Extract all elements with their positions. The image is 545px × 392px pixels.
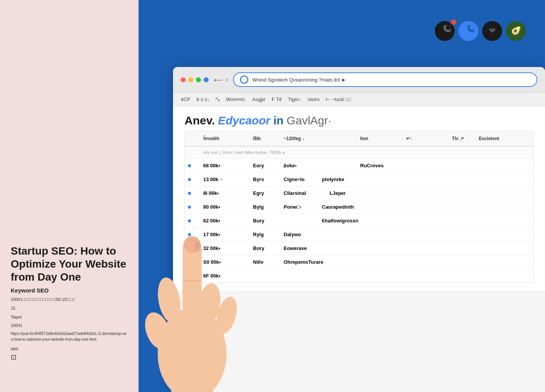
th-6 (426, 134, 449, 143)
row3-col3: Ponw□- (281, 203, 319, 211)
row4-col2: Bury (250, 217, 319, 225)
red-dot-badge (451, 20, 456, 25)
sub-0 (185, 149, 200, 156)
sidebar: Startup SEO: How to Optimize Your Websit… (0, 0, 139, 392)
row6-col1: 32 00k• (200, 244, 250, 252)
browser-window: ⟵ › Wnind Sgrotech Qvsanroning ?rnats α̈… (173, 67, 545, 392)
th-5: ↵↑ (403, 134, 426, 143)
sidebar-meta-3: Taipei (11, 314, 128, 321)
row0-col3: ∆vke› (281, 162, 357, 170)
address-circle-icon (240, 75, 248, 84)
th-8: Excietoni (476, 134, 533, 143)
table-row-7: S0 00k• Nillv OhrepemsTurare (185, 255, 533, 269)
page-heading-part4: GavlAgr· (287, 114, 331, 127)
nav-controls: ⟵ › (214, 76, 228, 83)
toolbar-item-2[interactable]: ᴿᵩ (215, 96, 220, 102)
sidebar-tag-icon: ⊡ (11, 353, 128, 361)
icon-avocado: 🥑 (506, 21, 526, 41)
tl-red[interactable] (181, 77, 186, 82)
row8-col1: 6F 00k• (200, 272, 250, 280)
top-decoration: ❤ 🥑 (435, 21, 526, 41)
data-table: ĥnvalih ls̄lb ~12lifeg ↓ lion ↵↑ Tlc ↗ E… (184, 131, 534, 283)
main-area: ❤ 🥑 ⟵ › Wnind S (139, 0, 545, 392)
row2-col2: Egry (250, 189, 281, 197)
row1-col4: ptolynrke (319, 175, 357, 183)
toolbar-label-4: Augpr (252, 96, 266, 102)
sidebar-meta-2: 15 (11, 305, 128, 312)
row0-col2: Eory (250, 162, 281, 170)
row5-col3: Dalywo (281, 230, 533, 238)
table-row-5: 17 00k• Rylg Dalywo (185, 228, 533, 242)
row0-col1: 68 00k• (200, 162, 250, 170)
toolbar-label-3: Worm•d↓ (226, 96, 246, 102)
sub-1: Hry oun⊥ Roro I sem IMey iludya↓ T003b a (200, 149, 533, 156)
nav-back[interactable]: ⟵ (214, 76, 223, 83)
svg-point-5 (140, 309, 175, 353)
row7-col1: S0 00k• (200, 258, 250, 266)
toolbar-label-8: ⊢ ⊣ural □□ (326, 96, 351, 102)
sidebar-url: https://pub-5c454f571b8e40a3a2aad27ade84… (11, 331, 128, 342)
row2-col1: 8l 00k• (200, 189, 250, 197)
address-text: Wnind Sgrotech Qvsanroning ?rnats α̈tl ► (252, 77, 530, 83)
toolbar-label-2: ᴿᵩ (215, 96, 220, 102)
th-4: lion (357, 134, 403, 143)
tl-yellow[interactable] (188, 77, 193, 82)
toolbar-item-6[interactable]: Tiger↓ (288, 96, 302, 102)
page-heading-part2: Edycaoor (218, 114, 270, 127)
row2-col4: LJeper (326, 189, 365, 197)
row4-col1: 62 00k• (200, 217, 250, 225)
row7-col2: Nillv (250, 258, 281, 266)
th-1: ĥnvalih (200, 134, 250, 143)
row6-col3: Eowerave (281, 244, 533, 252)
nav-forward[interactable]: › (226, 76, 228, 83)
table-row-4: 62 00k• Bury €halfowigrosxn (185, 214, 533, 228)
table-subheader: Hry oun⊥ Roro I sem IMey iludya↓ T003b a (185, 147, 533, 159)
toolbar-label-7: nloirs (308, 96, 320, 102)
icon-dark-heart: ❤ (482, 21, 502, 41)
toolbar-item-3[interactable]: Worm•d↓ (226, 96, 246, 102)
row4-col3: €halfowigrosxn (319, 217, 533, 225)
toolbar-label-6: Tiger↓ (288, 96, 302, 102)
toolbar-item-7[interactable]: nloirs (308, 96, 320, 102)
table-row-1: 13 00k→ Byrx Clgne÷lo ptolynrke (185, 173, 533, 186)
table-row-8: 6F 00k• (185, 269, 533, 283)
icon-blue-c (459, 21, 478, 41)
toolbar-label-1: b s z↓ (196, 96, 209, 102)
browser-content: Anev. Edycaoor in GavlAgr· ĥnvalih ls̄lb… (173, 106, 545, 291)
row5-col1: 17 00k• (200, 230, 250, 238)
table-row-3: 80 00k• Bylg Ponw□- Caurapedinth (185, 200, 533, 214)
th-0 (185, 134, 200, 143)
icon-c-shape (435, 21, 455, 41)
tl-blue[interactable] (204, 77, 209, 82)
row3-col1: 80 00k• (200, 203, 250, 211)
row7-col3: OhrepemsTurare (281, 258, 533, 266)
row3-col2: Bylg (250, 203, 281, 211)
sidebar-meta-4: 10041 (11, 322, 128, 329)
toolbar-item-1[interactable]: b s z↓ (196, 96, 209, 102)
row2-col3: Cllarsinal (281, 189, 326, 197)
toolbar-label-0: 4CP (181, 96, 190, 102)
toolbar-item-0[interactable]: 4CP (181, 96, 190, 102)
row0-col4: RuCroves (357, 162, 533, 170)
table-row-2: 8l 00k• Egry Cllarsinal LJeper (185, 186, 533, 200)
row3-col4: Caurapedinth (319, 203, 365, 211)
table-row-6: 32 00k• Bory Eowerave (185, 242, 533, 255)
browser-chrome: ⟵ › Wnind Sgrotech Qvsanroning ?rnats α̈… (173, 67, 545, 93)
sidebar-meta-1: 10041□□□□□□□□□□□□□50□22□□□ (11, 296, 128, 303)
row1-col3: Clgne÷lo (281, 175, 319, 183)
row1-col2: Byrx (250, 175, 281, 183)
sidebar-keyword: Keyword SEO (11, 287, 128, 294)
address-bar[interactable]: Wnind Sgrotech Qvsanroning ?rnats α̈tl ► (233, 72, 537, 87)
toolbar-item-5[interactable]: F Tē (272, 96, 282, 102)
th-3: ~12lifeg ↓ (281, 134, 357, 143)
page-heading-area: Anev. Edycaoor in GavlAgr· (184, 114, 534, 127)
th-7: Tlc ↗ (449, 134, 476, 143)
page-heading-part1: Anev. (184, 114, 215, 127)
toolbar-item-4[interactable]: Augpr (252, 96, 266, 102)
sidebar-title: Startup SEO: How to Optimize Your Websit… (11, 245, 128, 283)
table-header: ĥnvalih ls̄lb ~12lifeg ↓ lion ↵↑ Tlc ↗ E… (185, 131, 533, 147)
tl-green[interactable] (196, 77, 201, 82)
row5-col2: Rylg (250, 230, 281, 238)
toolbar-item-8[interactable]: ⊢ ⊣ural □□ (326, 96, 351, 102)
toolbar-label-5: F Tē (272, 96, 282, 102)
